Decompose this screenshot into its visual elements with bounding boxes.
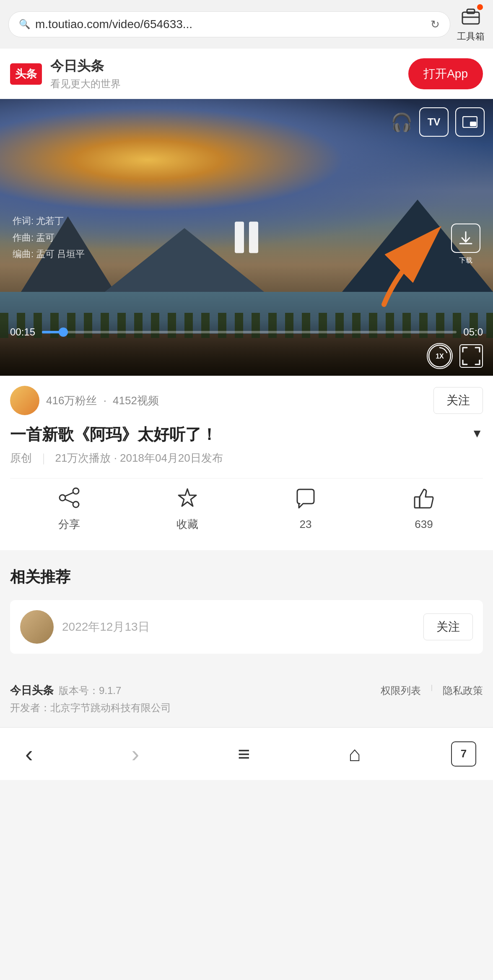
- download-button[interactable]: 下载: [451, 224, 480, 265]
- related-follow-button[interactable]: 关注: [423, 613, 473, 640]
- video-top-controls: 🎧 TV: [391, 107, 485, 137]
- app-info: 今日头条 看见更大的世界: [50, 57, 400, 91]
- video-meta: 原创 ｜ 21万次播放 · 2018年04月20日发布: [10, 451, 483, 465]
- video-lyrics: 作词: 尤若丁 作曲: 盂可 编曲: 盂可 吕垣平: [13, 213, 85, 263]
- video-badge: 原创: [10, 452, 32, 464]
- svg-rect-16: [415, 497, 420, 508]
- video-title-row: 一首新歌《阿玛》太好听了！ ▼: [10, 424, 483, 446]
- svg-rect-4: [470, 122, 476, 126]
- share-label: 分享: [58, 517, 80, 532]
- svg-rect-1: [467, 9, 475, 13]
- progress-dot: [59, 328, 68, 337]
- share-button[interactable]: 分享: [10, 487, 128, 532]
- related-avatar: [20, 610, 54, 644]
- action-bar: 分享 收藏 23 639: [10, 478, 483, 540]
- video-title: 一首新歌《阿玛》太好听了！: [10, 424, 464, 446]
- url-bar[interactable]: 🔍 m.toutiao.com/video/654633... ↻: [8, 11, 450, 37]
- pause-button[interactable]: [235, 222, 258, 253]
- svg-marker-15: [179, 489, 196, 506]
- app-footer: 今日头条 版本号：9.1.7 权限列表 | 隐私政策 开发者：北京字节跳动科技有…: [0, 671, 493, 727]
- toolbox-notification-dot: [477, 4, 483, 10]
- speed-button[interactable]: 1X: [427, 343, 453, 369]
- svg-line-14: [65, 499, 73, 503]
- svg-line-13: [65, 493, 73, 496]
- download-label: 下载: [459, 256, 472, 265]
- browser-bar: 🔍 m.toutiao.com/video/654633... ↻ 工具箱: [0, 0, 493, 49]
- tv-icon[interactable]: TV: [419, 107, 449, 137]
- comment-count: 23: [300, 518, 312, 531]
- progress-row: 00:15 05:0: [10, 326, 483, 338]
- fullscreen-button[interactable]: [459, 344, 483, 368]
- svg-point-11: [60, 495, 65, 501]
- related-date: 2022年12月13日: [62, 619, 415, 635]
- channel-meta: 416万粉丝 · 4152视频: [46, 393, 427, 408]
- toolbox-label: 工具箱: [457, 30, 485, 43]
- like-count: 639: [415, 518, 433, 531]
- follow-button[interactable]: 关注: [433, 387, 483, 414]
- like-button[interactable]: 639: [365, 488, 483, 531]
- current-time: 00:15: [10, 326, 35, 338]
- search-icon: 🔍: [19, 19, 30, 30]
- nav-home-button[interactable]: ⌂: [340, 738, 369, 770]
- bottom-nav: ‹ › ≡ ⌂ 7: [0, 727, 493, 780]
- related-section: 相关推荐 2022年12月13日 关注: [0, 557, 493, 671]
- app-slogan: 看见更大的世界: [50, 77, 400, 91]
- nav-tabs-button[interactable]: 7: [451, 741, 476, 767]
- video-date: 2018年04月20日发布: [120, 452, 223, 464]
- like-icon: [413, 488, 435, 513]
- share-icon: [58, 487, 80, 512]
- video-bottom-controls: 00:15 05:0 1X: [0, 320, 493, 376]
- open-app-button[interactable]: 打开App: [408, 58, 483, 89]
- nav-menu-button[interactable]: ≡: [229, 738, 258, 770]
- url-text: m.toutiao.com/video/654633...: [35, 18, 426, 31]
- footer-main-row: 今日头条 版本号：9.1.7 权限列表 | 隐私政策: [10, 683, 483, 698]
- download-icon: [451, 224, 480, 253]
- video-player[interactable]: 🎧 TV 作词: 尤若丁 作曲: 盂可 编曲: 盂可 吕垣平 下载: [0, 99, 493, 376]
- footer-version: 版本号：9.1.7: [59, 684, 121, 697]
- nav-back-button[interactable]: ‹: [17, 736, 42, 772]
- video-plays: 21万次播放: [55, 452, 111, 464]
- permissions-link[interactable]: 权限列表: [381, 684, 421, 697]
- app-logo: 头条: [10, 63, 42, 85]
- channel-avatar: [10, 386, 39, 415]
- svg-text:1X: 1X: [436, 353, 444, 360]
- star-icon: [176, 487, 198, 512]
- comment-button[interactable]: 23: [246, 488, 365, 531]
- privacy-link[interactable]: 隐私政策: [443, 684, 483, 697]
- toolbox-button[interactable]: 工具箱: [457, 6, 485, 43]
- comment-icon: [295, 488, 317, 513]
- footer-app-name: 今日头条: [10, 683, 54, 698]
- footer-links: 权限列表 | 隐私政策: [381, 684, 483, 697]
- footer-developer: 开发者：北京字节跳动科技有限公司: [10, 701, 483, 715]
- related-item: 2022年12月13日 关注: [10, 600, 483, 654]
- channel-row: 416万粉丝 · 4152视频 关注: [10, 386, 483, 415]
- app-header: 头条 今日头条 看见更大的世界 打开App: [0, 49, 493, 99]
- progress-track[interactable]: [42, 331, 457, 333]
- total-time: 05:0: [463, 326, 483, 338]
- content-area: 416万粉丝 · 4152视频 关注 一首新歌《阿玛》太好听了！ ▼ 原创 ｜ …: [0, 376, 493, 550]
- svg-point-12: [73, 502, 79, 507]
- collect-button[interactable]: 收藏: [128, 487, 246, 532]
- nav-forward-button[interactable]: ›: [123, 736, 148, 772]
- pip-icon[interactable]: [455, 107, 485, 137]
- headphone-icon[interactable]: 🎧: [391, 112, 413, 133]
- collect-label: 收藏: [176, 517, 198, 532]
- svg-point-10: [73, 488, 79, 494]
- reload-icon[interactable]: ↻: [431, 18, 440, 31]
- chevron-down-icon[interactable]: ▼: [471, 427, 483, 440]
- app-name: 今日头条: [50, 57, 400, 75]
- related-title: 相关推荐: [10, 567, 483, 587]
